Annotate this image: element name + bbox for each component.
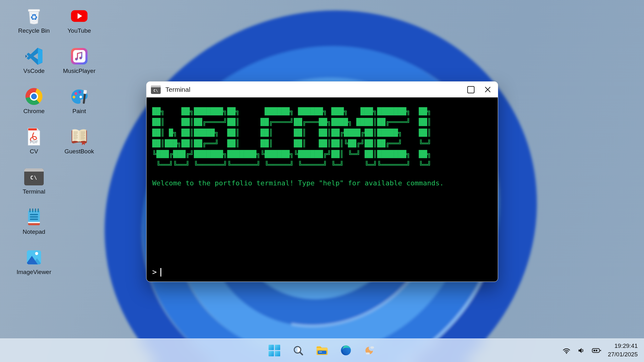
desktop-icon-paint[interactable]: Paint [57,86,101,115]
icon-label: Recycle Bin [18,27,50,34]
terminal-prompt: > [152,267,157,277]
icon-label: Paint [72,108,86,115]
window-title: Terminal [165,86,190,93]
desktop-icon-chrome[interactable]: Chrome [12,86,56,115]
desktop-icon-guestbook[interactable]: GuestBook [57,126,101,155]
wifi-button[interactable] [562,346,571,355]
windows-logo-icon [269,345,280,356]
desktop-icon-image-viewer[interactable]: ImageViewer [12,247,56,276]
edge-icon [340,344,352,356]
music-player-icon [70,46,89,67]
desktop-icon-terminal[interactable]: C\ Terminal [12,167,56,195]
search-button[interactable] [290,343,306,358]
theme-toggle-button[interactable] [362,343,378,358]
chrome-icon [25,86,42,107]
desktop-icon-youtube[interactable]: YouTube [57,6,101,34]
icon-label: GuestBook [64,148,94,155]
terminal-input[interactable]: > [152,267,492,277]
volume-icon [577,346,586,355]
icon-label: MusicPlayer [63,68,95,74]
vscode-icon [24,46,44,67]
icon-label: CV [30,148,38,155]
icon-label: VsCode [23,68,45,74]
wifi-icon [562,346,571,355]
file-explorer-button[interactable] [314,343,330,358]
maximize-button[interactable] [467,86,475,93]
icon-label: Terminal [23,188,45,195]
edge-button[interactable] [338,343,354,358]
recycle-bin-icon: ♻ [24,6,44,26]
search-icon [292,344,304,356]
desktop-icon-music-player[interactable]: MusicPlayer [57,46,101,74]
guestbook-icon [69,126,89,147]
system-tray: 19:29:41 27/01/2025 [562,339,644,362]
terminal-welcome-message: Welcome to the portfolio terminal! Type … [152,178,492,188]
paint-icon [69,86,89,107]
pdf-file-icon: PDF [25,126,43,147]
terminal-ascii-banner: ██╗ ██╗███████╗██╗ ██████╗ ██████╗ ███╗ … [152,106,492,170]
icon-label: Chrome [23,108,45,115]
desktop-icon-recycle-bin[interactable]: ♻ Recycle Bin [12,6,56,34]
youtube-icon [69,6,89,26]
taskbar: 19:29:41 27/01/2025 [0,338,644,362]
volume-button[interactable] [577,346,586,355]
icon-label: ImageViewer [17,269,52,276]
battery-icon [592,347,602,354]
start-button[interactable] [266,343,282,358]
svg-text:PDF: PDF [30,140,38,144]
terminal-titlebar-icon: C\ [151,85,161,94]
terminal-output: ██╗ ██╗███████╗██╗ ██████╗ ██████╗ ███╗ … [147,97,498,282]
taskbar-clock[interactable]: 19:29:41 27/01/2025 [608,342,638,359]
desktop-icon-vscode[interactable]: VsCode [12,46,56,74]
icon-label: YouTube [68,27,91,34]
moon-icon [364,344,376,356]
battery-button[interactable] [592,347,602,354]
terminal-app-icon: C\ [24,167,44,187]
svg-text:♻: ♻ [30,12,38,22]
icon-label: Notepad [23,228,45,235]
clock-date: 27/01/2025 [608,350,638,359]
terminal-window: C\ Terminal ██╗ ██╗███████╗██╗ ██████╗ █… [146,81,498,282]
notepad-icon [25,207,43,228]
terminal-titlebar[interactable]: C\ Terminal [147,82,498,97]
desktop-icon-notepad[interactable]: Notepad [12,207,56,235]
desktop-icon-cv[interactable]: PDF CV [12,126,56,155]
clock-time: 19:29:41 [608,342,638,350]
close-button[interactable] [484,86,491,93]
close-icon [484,86,491,93]
image-viewer-icon [25,247,43,268]
file-explorer-icon [316,345,328,356]
terminal-cursor [160,268,161,277]
desktop-icon-grid: ♻ Recycle Bin YouTube VsCode [11,6,102,287]
